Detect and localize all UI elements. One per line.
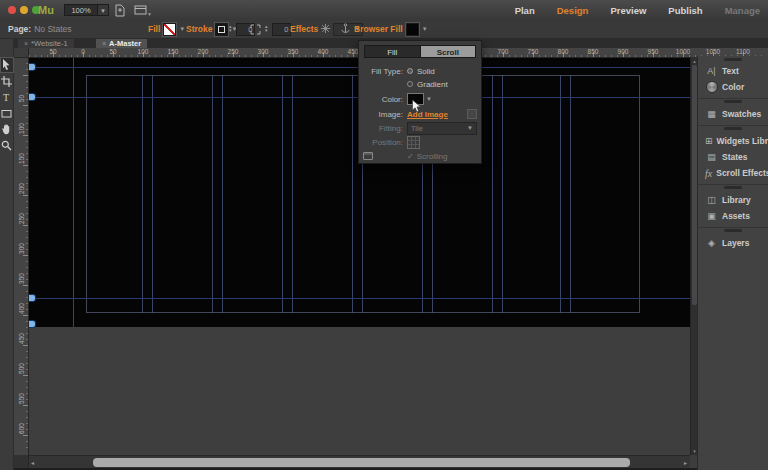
sidebar-item-states[interactable]: ▤States	[698, 149, 768, 165]
close-window-button[interactable]	[8, 6, 16, 14]
horizontal-scrollbar[interactable]: ◂ ▸	[28, 455, 690, 469]
swatches-icon: ▦	[705, 108, 718, 121]
sidebar-item-widgets-libra[interactable]: ⊞Widgets Libra...	[698, 133, 768, 149]
mouse-cursor	[411, 99, 423, 118]
page-label: Page:	[8, 24, 31, 34]
scrollbar-corner	[14, 455, 29, 468]
fitting-label: Fitting:	[359, 124, 407, 133]
sidebar-item-library[interactable]: ◫Library	[698, 192, 768, 208]
stepper-arrows-icon[interactable]: ▲▼	[228, 25, 232, 33]
zoom-tool[interactable]	[1, 138, 13, 152]
panel-info-icon	[363, 152, 373, 160]
tab-a-master[interactable]: × A-Master	[96, 38, 147, 48]
new-page-icon[interactable]	[114, 4, 130, 17]
effects-star-icon	[321, 24, 330, 35]
popover-tab-scroll[interactable]: Scroll	[421, 45, 477, 58]
guide-handle[interactable]	[28, 64, 35, 70]
corner-radius-icon[interactable]	[250, 20, 261, 38]
nav-preview[interactable]: Preview	[610, 5, 646, 16]
screen-mode-icon[interactable]: ▼	[134, 4, 156, 17]
library-icon: ◫	[705, 194, 718, 207]
minimize-window-button[interactable]	[20, 6, 28, 14]
sidebar-item-scroll-effects[interactable]: fxScroll Effects	[698, 165, 768, 181]
sidebar-item-swatches[interactable]: ▦Swatches	[698, 106, 768, 122]
scroll-right-icon[interactable]: ▸	[684, 459, 687, 466]
panel-sidebar: A|TextColor▦Swatches⊞Widgets Libra...▤St…	[697, 56, 768, 470]
scrolling-checkbox-label: Scrolling	[417, 152, 448, 161]
popover-tab-fill[interactable]: Fill	[364, 45, 421, 58]
workspace-nav: Plan Design Preview Publish Manage	[515, 0, 760, 20]
color-wheel-icon	[706, 81, 718, 93]
nav-plan[interactable]: Plan	[515, 5, 535, 16]
stroke-label[interactable]: Stroke	[186, 24, 212, 34]
titlebar: Mu 100% ▼ ▼ Plan Design Preview Publish …	[0, 0, 768, 21]
stepper-arrows-icon[interactable]: ▲▼	[264, 25, 268, 33]
muse-logo: Mu	[38, 4, 54, 16]
tab-website-1[interactable]: × *Website-1	[18, 38, 74, 48]
horizontal-scrollbar-thumb[interactable]	[93, 458, 630, 467]
panel-gripper[interactable]	[724, 58, 742, 61]
radio-solid[interactable]	[407, 68, 413, 74]
chevron-down-icon[interactable]: ▼	[422, 26, 428, 32]
corner-radius-field[interactable]: 0	[272, 23, 291, 36]
fx-icon: fx	[705, 167, 712, 180]
sidebar-item-text[interactable]: A|Text	[698, 63, 768, 79]
anchor-icon[interactable]	[341, 20, 350, 38]
fill-swatch[interactable]	[163, 23, 176, 36]
nav-design[interactable]: Design	[557, 5, 589, 16]
control-bar: Page: No States Fill ▼ Stroke ▼ ▲▼ 0 ▲▼ …	[0, 20, 768, 39]
widgets-library-icon: ⊞	[705, 135, 713, 148]
option-solid-label[interactable]: Solid	[417, 67, 435, 76]
stroke-swatch[interactable]	[215, 23, 228, 36]
sidebar-item-layers[interactable]: ◈Layers	[698, 235, 768, 251]
panel-gripper[interactable]	[724, 186, 742, 189]
rectangle-tool[interactable]	[1, 106, 13, 120]
tab-label: *Website-1	[31, 39, 68, 48]
sidebar-item-color[interactable]: Color	[698, 79, 768, 95]
vertical-ruler: 50100150200250300350400450500550600	[14, 57, 29, 455]
svg-text:T: T	[3, 92, 9, 103]
states-icon: ▤	[705, 151, 718, 164]
panel-gripper[interactable]	[724, 127, 742, 130]
guide-handle[interactable]	[28, 295, 35, 301]
page-state-value: No States	[34, 24, 71, 34]
position-label: Position:	[359, 138, 407, 147]
image-label: Image:	[359, 110, 407, 119]
fitting-select: Tile ▼	[407, 122, 477, 135]
text-tool[interactable]: T	[1, 90, 13, 104]
browser-fill-label[interactable]: Browser Fill	[354, 24, 403, 34]
zoom-level-select[interactable]: 100% ▼	[64, 4, 109, 16]
scroll-left-icon[interactable]: ◂	[31, 459, 34, 466]
fill-label[interactable]: Fill	[148, 24, 160, 34]
selection-tool[interactable]	[1, 58, 13, 72]
tools-toolbar: T	[0, 38, 14, 470]
effects-label[interactable]: Effects	[290, 24, 318, 34]
layers-icon: ◈	[705, 237, 718, 250]
checkmark-icon: ✓	[407, 152, 414, 161]
close-icon[interactable]: ×	[24, 40, 28, 47]
image-options-icon	[467, 109, 477, 119]
hand-tool[interactable]	[1, 122, 13, 136]
chevron-down-icon[interactable]: ▼	[98, 4, 109, 16]
guide-handle[interactable]	[28, 321, 35, 327]
color-label: Color:	[359, 95, 407, 104]
sidebar-items: A|TextColor▦Swatches⊞Widgets Libra...▤St…	[698, 63, 768, 251]
ruler-corner	[14, 48, 29, 58]
radio-gradient[interactable]	[407, 81, 413, 87]
sidebar-item-assets[interactable]: ▣Assets	[698, 208, 768, 224]
guide-handle[interactable]	[28, 94, 35, 100]
zoom-level-value: 100%	[64, 4, 98, 16]
chevron-down-icon[interactable]: ▼	[179, 26, 185, 32]
close-icon[interactable]: ×	[102, 40, 106, 47]
panel-gripper[interactable]	[724, 229, 742, 232]
option-gradient-label[interactable]: Gradient	[417, 80, 448, 89]
muse-window: 5005010015020025030035040045050055060065…	[0, 0, 768, 470]
browser-fill-swatch[interactable]	[406, 23, 419, 36]
tab-label: A-Master	[109, 39, 141, 48]
panel-gripper[interactable]	[724, 100, 742, 103]
nav-publish[interactable]: Publish	[668, 5, 702, 16]
fitting-value: Tile	[411, 124, 423, 133]
nav-manage: Manage	[725, 5, 760, 16]
crop-tool[interactable]	[1, 74, 13, 88]
chevron-down-icon[interactable]: ▼	[426, 96, 432, 102]
